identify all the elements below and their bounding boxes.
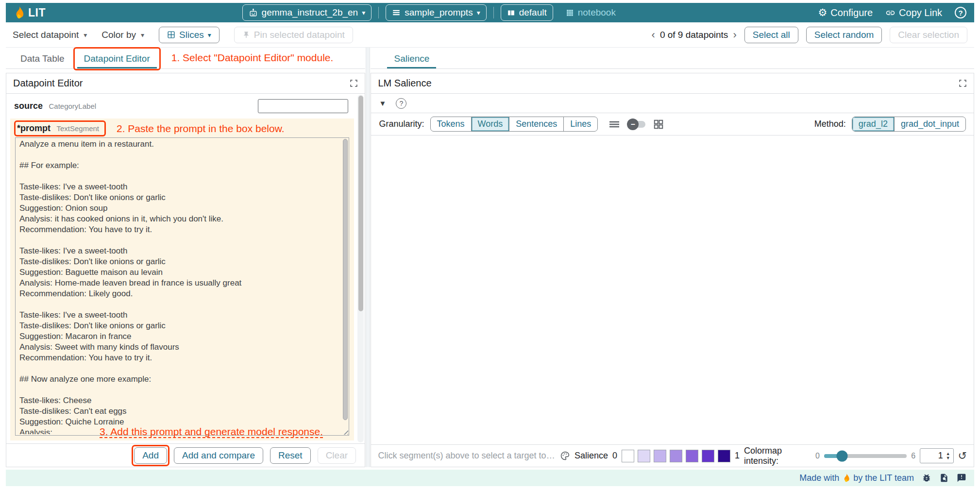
- module-scrollbar-thumb[interactable]: [358, 96, 363, 311]
- configure-button[interactable]: ⚙ Configure: [818, 7, 873, 18]
- dataset-selector[interactable]: sample_prompts ▾: [386, 4, 486, 21]
- display-options: –: [608, 119, 664, 130]
- select-all-button[interactable]: Select all: [744, 27, 798, 43]
- chevron-left-icon[interactable]: ‹: [652, 30, 655, 40]
- source-field-label: source CategoryLabel: [14, 101, 96, 111]
- colormap-intensity-label: Colormap intensity:: [744, 446, 811, 466]
- documentation-icon[interactable]: [939, 473, 949, 483]
- chevron-right-icon[interactable]: ›: [733, 30, 736, 40]
- select-datapoint-menu[interactable]: Select datapoint ▾: [13, 30, 87, 40]
- spinner-control[interactable]: ▲ ▼: [946, 452, 950, 460]
- display-toggle[interactable]: –: [628, 121, 645, 128]
- add-and-compare-button[interactable]: Add and compare: [174, 447, 263, 464]
- lm-salience-body: ▼ ? Granularity: Tokens Words Sentences …: [371, 94, 974, 467]
- slider-max-label: 6: [911, 452, 915, 460]
- granularity-tokens[interactable]: Tokens: [431, 117, 471, 131]
- add-button[interactable]: Add: [134, 447, 167, 464]
- spin-down-icon[interactable]: ▼: [946, 456, 950, 460]
- salience-hint-text: Click segment(s) above to select a targe…: [378, 451, 555, 461]
- configure-label: Configure: [830, 7, 873, 18]
- help-icon[interactable]: ?: [955, 7, 966, 18]
- grid-squares-icon[interactable]: [653, 119, 664, 130]
- method-grad-l2[interactable]: grad_l2: [852, 117, 894, 131]
- salience-content-area: [371, 135, 974, 444]
- select-random-button[interactable]: Select random: [806, 27, 882, 43]
- prompt-textarea[interactable]: Analyze a menu item in a restaurant. ## …: [19, 139, 339, 434]
- flame-icon: [14, 6, 24, 19]
- layout-notebook-button[interactable]: notebook: [560, 5, 622, 20]
- granularity-sentences[interactable]: Sentences: [509, 117, 563, 131]
- datapoint-editor-title: Datapoint Editor: [13, 78, 83, 89]
- granularity-control: Tokens Words Sentences Lines: [430, 117, 598, 132]
- intensity-slider[interactable]: [824, 454, 907, 458]
- salience-swatch: [622, 450, 634, 462]
- module-scrollbar[interactable]: [357, 95, 364, 442]
- datapoint-editor-header: Datapoint Editor: [6, 73, 365, 94]
- top-bar: LIT gemma_instruct_2b_en ▾ sample_prompt…: [6, 3, 974, 22]
- gear-icon: ⚙: [818, 7, 828, 18]
- model-selector[interactable]: gemma_instruct_2b_en ▾: [242, 4, 372, 21]
- method-control: grad_l2 grad_dot_input: [852, 117, 966, 132]
- datapoint-editor-footer: Add Add and compare Reset Clear: [6, 443, 365, 467]
- density-lines-icon[interactable]: [608, 120, 620, 129]
- granularity-row: Granularity: Tokens Words Sentences Line…: [371, 113, 974, 135]
- datapoint-counter-text: 0 of 9 datapoints: [660, 30, 728, 40]
- clear-selection-button[interactable]: Clear selection: [890, 27, 967, 43]
- copy-link-button[interactable]: Copy Link: [885, 7, 942, 18]
- maximize-icon[interactable]: [959, 79, 967, 87]
- selection-toolbar-left: Select datapoint ▾ Color by ▾ Slices ▾ P…: [13, 27, 353, 43]
- intensity-input[interactable]: 1 ▲ ▼: [920, 448, 954, 463]
- slider-knob[interactable]: [837, 450, 848, 461]
- salience-swatch: [638, 450, 650, 462]
- palette-icon: [560, 451, 570, 461]
- dropdown-caret-icon[interactable]: ▼: [379, 99, 386, 107]
- left-tabstrip: Data Table Datapoint Editor 1. Select "D…: [6, 48, 365, 69]
- salience-scale-min: 0: [612, 451, 617, 461]
- method-grad-dot-input[interactable]: grad_dot_input: [894, 117, 965, 131]
- prompt-field-label: *prompt TextSegment: [16, 122, 104, 135]
- lm-salience-module: LM Salience ▼ ? Granularity: Tokens: [371, 73, 974, 467]
- feedback-icon[interactable]: [957, 473, 966, 483]
- source-input[interactable]: [258, 99, 348, 113]
- annotation-step3: 3. Add this prompt and generate model re…: [100, 426, 323, 438]
- maximize-icon[interactable]: [350, 79, 358, 87]
- toggle-knob-minus-icon[interactable]: –: [627, 119, 639, 130]
- help-icon[interactable]: ?: [396, 98, 406, 109]
- grid-view-icon: [167, 31, 175, 39]
- by-team-text: by the LIT team: [853, 473, 914, 483]
- app-footer: Made with by the LIT team: [6, 470, 974, 486]
- panel-splitter[interactable]: [366, 48, 370, 467]
- left-panel: Data Table Datapoint Editor 1. Select "D…: [6, 48, 365, 467]
- prompt-scrollbar[interactable]: [342, 138, 348, 428]
- tab-salience[interactable]: Salience: [385, 49, 438, 68]
- reset-intensity-icon[interactable]: ↺: [958, 450, 967, 462]
- annotation-step1: 1. Select "Datapoint Editor" module.: [171, 52, 334, 64]
- select-datapoint-label: Select datapoint: [13, 30, 79, 40]
- prompt-scrollbar-thumb[interactable]: [343, 139, 348, 420]
- grid-icon: [566, 9, 574, 17]
- dataset-name: sample_prompts: [405, 7, 473, 18]
- method-label: Method:: [814, 119, 846, 129]
- slices-button[interactable]: Slices ▾: [159, 27, 220, 43]
- pin-datapoint-button[interactable]: Pin selected datapoint: [234, 27, 353, 43]
- source-field-type: CategoryLabel: [49, 102, 96, 110]
- granularity-lines[interactable]: Lines: [563, 117, 597, 131]
- model-name: gemma_instruct_2b_en: [262, 7, 358, 18]
- prompt-label-row: *prompt TextSegment 2. Paste the prompt …: [15, 121, 349, 137]
- chevron-down-icon: ▾: [141, 32, 144, 38]
- clear-button[interactable]: Clear: [318, 447, 356, 464]
- copy-link-label: Copy Link: [899, 7, 942, 18]
- tab-datapoint-editor[interactable]: Datapoint Editor: [75, 49, 159, 68]
- bug-report-icon[interactable]: [922, 473, 931, 483]
- color-by-menu[interactable]: Color by ▾: [101, 30, 144, 40]
- resize-handle[interactable]: [342, 428, 348, 435]
- chevron-down-icon: ▾: [208, 32, 211, 38]
- topbar-actions: ⚙ Configure Copy Link ?: [818, 7, 966, 18]
- salience-swatch: [654, 450, 666, 462]
- reset-button[interactable]: Reset: [270, 447, 311, 464]
- source-field-row: source CategoryLabel: [6, 94, 365, 119]
- tab-data-table[interactable]: Data Table: [12, 49, 73, 68]
- pin-datapoint-label: Pin selected datapoint: [254, 30, 345, 40]
- granularity-words[interactable]: Words: [471, 117, 509, 131]
- layout-default-button[interactable]: default: [501, 4, 553, 21]
